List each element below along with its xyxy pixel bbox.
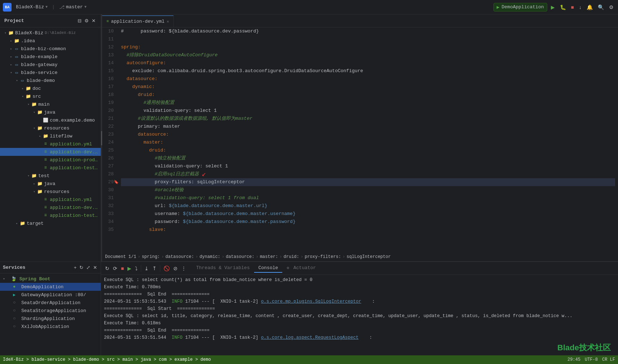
- code-line-32[interactable]: url: ${blade.datasource.demo.master.url}: [121, 202, 615, 210]
- branch-selector[interactable]: ⎇ master ▼: [57, 4, 89, 11]
- code-line-23[interactable]: datasource:: [121, 131, 615, 139]
- tab-actuator[interactable]: ⚙ Actuator: [282, 264, 320, 273]
- status-position[interactable]: 29:45: [567, 357, 580, 362]
- add-service-button[interactable]: +: [73, 264, 77, 271]
- code-line-26[interactable]: #独立校验配置: [121, 154, 615, 162]
- service-item-GatewayApplication__80_[interactable]: ▶ GatewayApplication :80/: [0, 291, 101, 299]
- code-line-24[interactable]: master:: [121, 139, 615, 146]
- breadcrumb-item[interactable]: Document 1/1: [105, 254, 136, 259]
- tree-item-main[interactable]: ▾📁main: [0, 100, 101, 108]
- breadcrumb-item[interactable]: datasource:: [165, 254, 194, 259]
- run-config[interactable]: ▶ DemoApplication: [493, 3, 547, 12]
- tree-item-liteflow[interactable]: ▸📁liteflow: [0, 132, 101, 140]
- code-area[interactable]: # password: ${blade.datasource.dev.passw…: [118, 27, 618, 252]
- code-line-30[interactable]: #oracle校验: [121, 186, 615, 194]
- settings-button[interactable]: ⚙: [608, 3, 615, 12]
- close-services-button[interactable]: ✕: [92, 264, 98, 271]
- breadcrumb-item[interactable]: spring:: [142, 254, 160, 259]
- refresh-service-button[interactable]: ↻: [79, 264, 84, 271]
- tree-item-java[interactable]: ▾📁java: [0, 108, 101, 116]
- code-line-16[interactable]: datasource:: [121, 75, 615, 83]
- expand-service-button[interactable]: ⤢: [86, 264, 91, 271]
- filter-button[interactable]: ⊘: [172, 264, 179, 272]
- tree-item-src[interactable]: ▾📁src: [0, 92, 101, 100]
- code-line-20[interactable]: validation-query: select 1: [121, 107, 615, 115]
- tree-item-resources[interactable]: ▾📁resources: [0, 188, 101, 196]
- service-item-XxlJobApplication[interactable]: ○ XxlJobApplication: [0, 323, 101, 330]
- tab-close-button[interactable]: ✕: [167, 19, 169, 24]
- tree-item-application_yml[interactable]: ≡application.yml: [0, 196, 101, 203]
- tree-item-application_dev_yml[interactable]: ≡application-dev.yml: [0, 148, 101, 156]
- tree-item-blade_demo[interactable]: ▾▭blade-demo: [0, 76, 101, 84]
- stop-console-button[interactable]: ■: [120, 264, 125, 272]
- tree-item-doc[interactable]: ▸📁doc: [0, 84, 101, 92]
- code-line-31[interactable]: #validation-query: select 1 from dual: [121, 194, 615, 202]
- tree-item-com_example_demo[interactable]: ⬜com.example.demo: [0, 116, 101, 124]
- service-item-ShardingApplication[interactable]: ○ ShardingApplication: [0, 315, 101, 323]
- editor-tab-active[interactable]: ≡ application-dev.yml ✕: [102, 16, 174, 27]
- code-line-25[interactable]: druid:: [121, 146, 615, 154]
- service-item-SeataOrderApplication[interactable]: ○ SeataOrderApplication: [0, 299, 101, 307]
- code-line-28[interactable]: #启用sql日志拦截器↙: [121, 170, 615, 178]
- scroll-up-button[interactable]: ⤒: [151, 264, 158, 272]
- breadcrumb-item[interactable]: druid:: [284, 254, 299, 259]
- tree-item-test[interactable]: ▾📁test: [0, 172, 101, 180]
- breadcrumb-item[interactable]: datasource:: [226, 254, 254, 259]
- tree-item-application_dev_yml[interactable]: ≡application-dev.yml: [0, 203, 101, 211]
- tree-item-application_test_yml[interactable]: ≡application-test.yml: [0, 211, 101, 219]
- service-item-SeataStorageApplication[interactable]: ○ SeataStorageApplication: [0, 307, 101, 315]
- tree-item-blade_example[interactable]: ▸▭blade-example: [0, 53, 101, 61]
- status-line-ending[interactable]: UTF-8: [585, 357, 598, 362]
- tree-item-application_test_yml[interactable]: ≡application-test.yml: [0, 164, 101, 172]
- tab-console[interactable]: Console: [254, 264, 283, 273]
- resume-button[interactable]: ▶: [126, 264, 132, 272]
- stop-button[interactable]: ■: [570, 3, 575, 12]
- status-encoding[interactable]: CR LF: [602, 357, 615, 362]
- log-logger[interactable]: o.s.core.log.aspect.RequestLogAspect: [261, 335, 358, 340]
- rerun-button[interactable]: ↻: [104, 264, 110, 272]
- code-line-15[interactable]: exclude: com.alibaba.druid.spring.boot3.…: [121, 67, 615, 75]
- notifications-button[interactable]: 🔔: [585, 3, 594, 12]
- breadcrumb-item[interactable]: proxy-filters:: [305, 254, 341, 259]
- code-line-17[interactable]: dynamic:: [121, 83, 615, 91]
- code-line-35[interactable]: slave:: [121, 226, 615, 234]
- code-line-13[interactable]: #排除DruidDataSourceAutoConfigure: [121, 51, 615, 59]
- restart-button[interactable]: ⟳: [112, 264, 118, 272]
- editor-content[interactable]: 1011121314151617181920212223242526272829…: [102, 27, 618, 252]
- code-line-34[interactable]: password: ${blade.datasource.demo.master…: [121, 218, 615, 226]
- service-item-DemoApplication[interactable]: ● DemoApplication: [0, 283, 101, 291]
- tree-item-blade_gateway[interactable]: ▸▭blade-gateway: [0, 61, 101, 69]
- code-line-12[interactable]: spring:: [121, 43, 615, 51]
- tree-item-target[interactable]: ▸📁target: [0, 219, 101, 227]
- step-over-button[interactable]: ⤵: [134, 264, 139, 272]
- clear-console-button[interactable]: 🚫: [162, 264, 171, 272]
- code-line-22[interactable]: primary: master: [121, 123, 615, 131]
- git-update-button[interactable]: ↓: [578, 3, 583, 12]
- close-sidebar-button[interactable]: ✕: [91, 17, 96, 24]
- debug-button[interactable]: 🐛: [558, 3, 567, 12]
- tree-item-resources[interactable]: ▾📁resources: [0, 124, 101, 132]
- tree-item-blade_service[interactable]: ▾▭blade-service: [0, 69, 101, 76]
- tab-threads-variables[interactable]: Threads & Variables: [192, 264, 254, 273]
- search-everywhere-button[interactable]: 🔍: [596, 3, 605, 12]
- code-line-19[interactable]: #通用校验配置: [121, 99, 615, 107]
- code-line-21[interactable]: #设置默认的数据源或者数据源组, 默认值即为master: [121, 115, 615, 123]
- code-line-11[interactable]: [121, 35, 615, 43]
- log-logger[interactable]: o.s.core.mp.plugins.SqlLogInterceptor: [261, 299, 361, 304]
- tree-item-BladeX_Biz[interactable]: ▾📁BladeX-BizD:\BladeX-Biz: [0, 29, 101, 37]
- tree-item-java[interactable]: ▸📁java: [0, 180, 101, 188]
- code-line-27[interactable]: validation-query: select 1: [121, 162, 615, 170]
- settings-tree-button[interactable]: ⚙: [84, 17, 90, 24]
- code-line-14[interactable]: autoconfigure:: [121, 59, 615, 67]
- collapse-all-button[interactable]: ⊟: [77, 17, 82, 24]
- more-options-button[interactable]: ⋮: [180, 264, 187, 272]
- breadcrumb-item[interactable]: master:: [260, 254, 278, 259]
- tree-item-_idea[interactable]: ▸📁.idea: [0, 37, 101, 45]
- code-line-18[interactable]: druid:: [121, 91, 615, 99]
- spring-boot-group[interactable]: ▾ 🍃Spring Boot: [0, 275, 101, 283]
- scroll-down-button[interactable]: ⤓: [143, 264, 150, 272]
- code-line-10[interactable]: # password: ${blade.datasource.dev.passw…: [121, 27, 615, 35]
- tree-item-application_yml[interactable]: ≡application.yml: [0, 140, 101, 148]
- tree-item-application_prod_yml[interactable]: ≡application-prod.yml: [0, 156, 101, 164]
- run-button[interactable]: ▶: [549, 3, 556, 12]
